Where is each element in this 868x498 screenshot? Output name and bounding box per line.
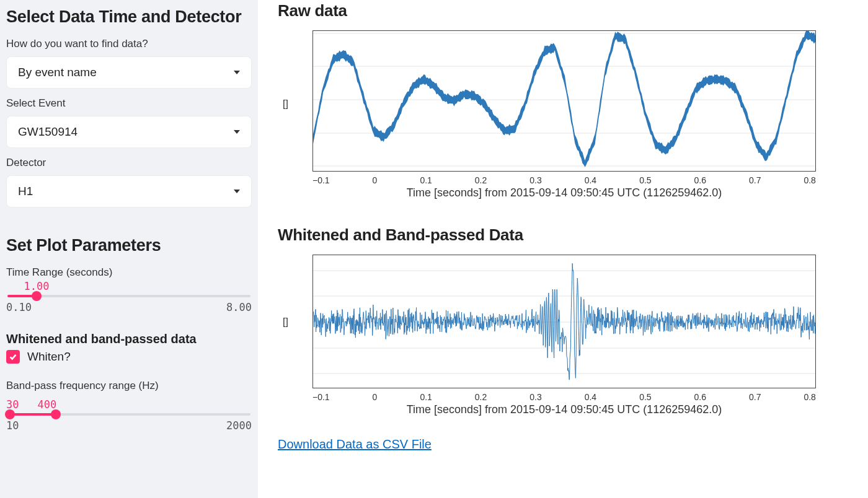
raw-line bbox=[313, 31, 816, 172]
y-axis-label: [] bbox=[283, 98, 288, 110]
find-mode-label: How do you want to find data? bbox=[6, 38, 252, 50]
chevron-down-icon bbox=[234, 190, 240, 193]
whiten-subhead: Whitened and band-passed data bbox=[6, 332, 252, 346]
bandpass-lo-value: 30 bbox=[6, 398, 19, 411]
bandpass-label: Band-pass frequency range (Hz) bbox=[6, 380, 252, 392]
bandpass-slider[interactable] bbox=[7, 413, 250, 416]
slider-thumb-hi[interactable] bbox=[51, 409, 61, 419]
detector-label: Detector bbox=[6, 157, 252, 169]
time-range-slider[interactable]: 1.00 bbox=[7, 295, 250, 297]
detector-select[interactable]: H1 bbox=[6, 175, 252, 208]
sidebar-title-plot: Set Plot Parameters bbox=[6, 236, 252, 255]
whitened-chart: [] 2 1 0 −1 −2 −0.100.10.20.30.40.50.60.… bbox=[312, 255, 857, 416]
time-range-max: 8.00 bbox=[226, 301, 252, 313]
x-axis-label: Time [seconds] from 2015-09-14 09:50:45 … bbox=[312, 186, 816, 199]
time-range-min: 0.10 bbox=[6, 301, 32, 313]
y-axis-label: [] bbox=[283, 317, 288, 328]
event-label: Select Event bbox=[6, 97, 252, 110]
event-select[interactable]: GW150914 bbox=[6, 116, 252, 148]
bandpass-max: 2000 bbox=[226, 419, 252, 432]
time-range-value: 1.00 bbox=[24, 280, 50, 292]
slider-thumb[interactable] bbox=[32, 291, 42, 301]
bandpass-hi-value: 400 bbox=[37, 398, 56, 411]
bandpass-min: 10 bbox=[6, 419, 19, 432]
slider-thumb-lo[interactable] bbox=[5, 409, 15, 419]
sidebar: Select Data Time and Detector How do you… bbox=[0, 0, 258, 498]
x-axis-label: Time [seconds] from 2015-09-14 09:50:45 … bbox=[312, 403, 816, 416]
time-range-label: Time Range (seconds) bbox=[6, 266, 252, 279]
check-icon bbox=[9, 352, 17, 361]
chevron-down-icon bbox=[234, 130, 240, 134]
find-mode-select[interactable]: By event name bbox=[6, 56, 252, 89]
event-value: GW150914 bbox=[18, 125, 78, 139]
raw-data-chart: ×10⁻¹⁹ [] 4 2 0 −2 −4 −0.100.10.20.30.40… bbox=[312, 30, 857, 199]
find-mode-value: By event name bbox=[18, 66, 97, 79]
whitened-title: Whitened and Band-passed Data bbox=[278, 225, 857, 245]
raw-data-title: Raw data bbox=[278, 1, 857, 20]
main-content: Raw data ×10⁻¹⁹ [] 4 2 0 −2 −4 −0.100.10… bbox=[258, 0, 868, 498]
sidebar-title-data: Select Data Time and Detector bbox=[6, 7, 252, 27]
whitened-line bbox=[313, 255, 816, 388]
detector-value: H1 bbox=[18, 185, 33, 198]
whiten-checkbox[interactable] bbox=[6, 350, 20, 364]
whiten-checkbox-label: Whiten? bbox=[27, 350, 71, 364]
download-csv-link[interactable]: Download Data as CSV File bbox=[278, 437, 432, 452]
chevron-down-icon bbox=[234, 71, 240, 74]
